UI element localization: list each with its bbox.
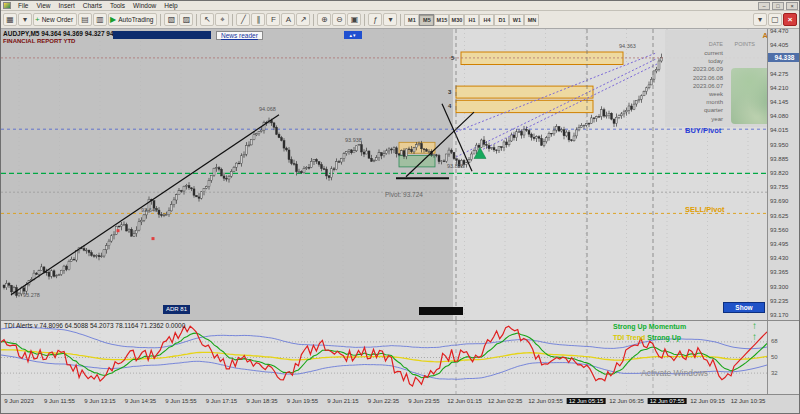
time-axis-label: 12 Jun 10:35 [731, 398, 766, 404]
cursor-tool-button[interactable]: ↖ [200, 13, 214, 26]
stats-row: week3.35 % [667, 90, 767, 98]
menu-help[interactable]: Help [160, 2, 181, 9]
time-axis-label: 9 Jun 23:55 [408, 398, 439, 404]
stats-row: 2023.06.081.19 % [667, 74, 767, 82]
indicators-icon: ƒ [373, 15, 377, 24]
timeframe-group: M1M5M15M30H1H4D1W1MN [404, 14, 539, 26]
timeframe-w1-button[interactable]: W1 [509, 14, 524, 26]
time-axis-label: 12 Jun 05:15 [567, 398, 606, 404]
price-scale-label: 94.145 [770, 99, 788, 105]
tdi-indicator-panel[interactable]: TDI Alerts v 74.8096 64.5088 54.2073 78.… [1, 321, 767, 394]
momentum-status-text: Strong Up Momentum [613, 323, 686, 330]
tdi-indicator-chart[interactable] [1, 321, 767, 394]
stats-row: current0.51 % [667, 49, 767, 57]
cursor-tool-icon: ↖ [204, 15, 211, 24]
time-axis-label: 12 Jun 03:55 [528, 398, 563, 404]
fullscreen-button[interactable]: ▢ [768, 13, 782, 26]
toolbar-separator [313, 14, 314, 26]
price-scale-label: 94.275 [770, 71, 788, 77]
stats-money: 1.39 % [755, 57, 767, 65]
time-axis-label: 12 Jun 02:35 [488, 398, 523, 404]
timeframe-m5-button[interactable]: M5 [419, 14, 434, 26]
periods-dropdown[interactable]: ▾ [383, 13, 397, 26]
autotrading-button[interactable]: ▶AutoTrading [108, 13, 157, 26]
tile-windows-button[interactable]: ▣ [347, 13, 361, 26]
toolbar-separator [232, 14, 233, 26]
indicator-divider[interactable] [1, 320, 800, 321]
chart-window-icon-button[interactable]: ▦ [3, 13, 17, 26]
stats-points [723, 82, 755, 90]
terminal-icon: ▥ [96, 15, 104, 24]
timeframe-h4-button[interactable]: H4 [479, 14, 494, 26]
timeframe-h1-button[interactable]: H1 [464, 14, 479, 26]
stats-row: today1.39 % [667, 57, 767, 65]
stats-date: 2023.06.08 [667, 74, 723, 82]
symbol-stats-panel: AUDJPY DATEPOINTSMONEY current0.51 %toda… [665, 30, 767, 127]
toolbar-buttons: ▦▾+New Order▤▥▶AutoTrading▧▨↖⌖╱∥FA↗⊕⊖▣ƒ▾ [3, 13, 403, 26]
menu-charts[interactable]: Charts [79, 2, 106, 9]
timeframe-mn-button[interactable]: MN [524, 14, 539, 26]
trend-up-arrow-icon: ↑ [752, 331, 757, 342]
new-chart-button[interactable]: ▧ [164, 13, 178, 26]
time-axis-label: 9 Jun 19:55 [287, 398, 318, 404]
timeframe-m30-button[interactable]: M30 [449, 14, 464, 26]
show-button[interactable]: Show [723, 302, 765, 313]
timeframe-d1-button[interactable]: D1 [494, 14, 509, 26]
stats-column-header: POINTS [723, 41, 755, 47]
zoom-in-button[interactable]: ⊕ [317, 13, 331, 26]
close-button[interactable]: × [786, 2, 798, 10]
time-axis[interactable]: 9 Jun 20239 Jun 11:559 Jun 13:159 Jun 14… [1, 395, 800, 414]
mql5-market-button[interactable]: ▤ [78, 13, 92, 26]
buy-pivot-label: BUY/Pivot [685, 126, 721, 135]
dock-dropdown[interactable]: ▾ [753, 13, 767, 26]
menu-tools[interactable]: Tools [106, 2, 129, 9]
window-list-icon: ▾ [23, 15, 27, 24]
stats-money: 3.35 % [755, 90, 767, 98]
menu-view[interactable]: View [32, 2, 54, 9]
new-chart-icon: ▧ [168, 15, 176, 24]
price-scale-label: 93.820 [770, 170, 788, 176]
price-scale-label: 93.950 [770, 142, 788, 148]
time-axis-label: 9 Jun 17:15 [206, 398, 237, 404]
chart-area[interactable]: 93.27893.64194.06893.93893.82894.363534 … [1, 29, 767, 320]
time-axis-label: 9 Jun 14:35 [125, 398, 156, 404]
stats-money: 0.42 % [755, 82, 767, 90]
tdi-level-label: 32 [771, 370, 778, 376]
menu-file[interactable]: File [14, 2, 32, 9]
toolbar-separator [364, 14, 365, 26]
arrows-tool-button[interactable]: ↗ [296, 13, 310, 26]
price-scale-label: 94.080 [770, 113, 788, 119]
price-scale-label: 93.690 [770, 198, 788, 204]
stats-row: month10.87 % [667, 98, 767, 106]
price-scale-label: 93.885 [770, 156, 788, 162]
terminal-button[interactable]: ▥ [93, 13, 107, 26]
channel-tool-button[interactable]: ∥ [251, 13, 265, 26]
tile-windows-icon: ▣ [351, 15, 359, 24]
menu-bar: FileViewInsertChartsToolsWindowHelp –□× [1, 1, 800, 11]
news-reader-button[interactable]: News reader [216, 31, 263, 40]
minimize-button[interactable]: – [758, 2, 770, 10]
window-list-dropdown[interactable]: ▾ [18, 13, 32, 26]
text-tool-button[interactable]: A [281, 13, 295, 26]
candlestick-chart[interactable]: 93.27893.64194.06893.93893.82894.363534 [1, 29, 767, 320]
trendline-tool-icon: ╱ [241, 15, 246, 24]
timeframe-m1-button[interactable]: M1 [404, 14, 419, 26]
timeframe-m15-button[interactable]: M15 [434, 14, 449, 26]
profiles-button[interactable]: ▨ [179, 13, 193, 26]
close-chart-button[interactable]: × [783, 13, 797, 26]
tdi-level-label: 50 [771, 354, 778, 360]
new-order-button[interactable]: +New Order [33, 13, 77, 26]
menu-insert[interactable]: Insert [54, 2, 78, 9]
time-axis-label: 9 Jun 2023 [4, 398, 34, 404]
crosshair-tool-button[interactable]: ⌖ [215, 13, 229, 26]
zoom-out-button[interactable]: ⊖ [332, 13, 346, 26]
menu-window[interactable]: Window [129, 2, 160, 9]
restore-button[interactable]: □ [772, 2, 784, 10]
fibonacci-tool-button[interactable]: F [266, 13, 280, 26]
price-scale[interactable]: 94.338 94.47094.40594.34094.27594.21094.… [768, 29, 800, 320]
new-order-button-label: New Order [40, 16, 75, 23]
trendline-tool-button[interactable]: ╱ [236, 13, 250, 26]
indicators-button[interactable]: ƒ [368, 13, 382, 26]
toolbar-separator [160, 14, 161, 26]
collapse-buttons[interactable]: ▴▾ [344, 31, 362, 39]
